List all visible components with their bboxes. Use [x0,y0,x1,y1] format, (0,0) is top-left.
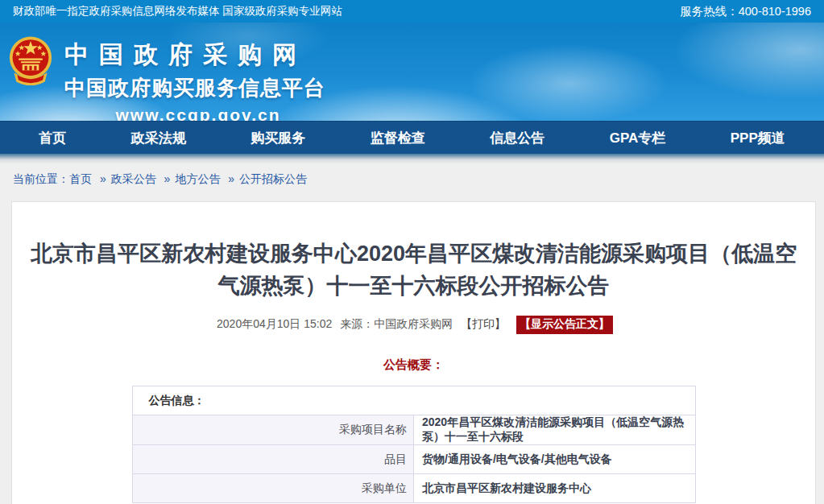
breadcrumb: 当前位置：首页 »政采公告 »地方公告 »公开招标公告 [0,164,824,201]
breadcrumb-separator: » [100,172,106,185]
row-category-value: 货物/通用设备/电气设备/其他电气设备 [414,445,696,474]
table-row: 采购项目名称 2020年昌平区煤改清洁能源采购项目（低温空气源热泵）十一至十六标… [132,415,695,445]
table-row: 采购单位 北京市昌平区新农村建设服务中心 [132,474,695,503]
article-source: 来源：中国政府采购网 [340,317,453,330]
row-category-label: 品目 [132,445,414,474]
show-notice-button[interactable]: 【显示公告正文】 [516,316,613,334]
row-project-name-value: 2020年昌平区煤改清洁能源采购项目（低温空气源热泵）十一至十六标段 [414,415,696,445]
nav-item-home[interactable]: 首页 [39,129,66,147]
site-slogan: 财政部唯一指定政府采购信息网络发布媒体 国家级政府采购专业网站 [13,4,342,19]
nav-item-gpa[interactable]: GPA专栏 [610,129,666,147]
breadcrumb-prefix: 当前位置： [13,172,69,185]
brand-block: 中国政府采购网 中国政府购买服务信息平台 www.ccgp.gov.cn [64,39,332,121]
service-hotline: 服务热线：400-810-1996 [680,4,811,19]
breadcrumb-local-announcements[interactable]: 地方公告 [175,172,220,185]
breadcrumb-separator: » [164,172,171,185]
nav-item-regulations[interactable]: 政采法规 [131,129,186,147]
breadcrumb-open-tender[interactable]: 公开招标公告 [239,172,307,185]
site-url: www.ccgp.gov.cn [64,105,332,121]
page-title: 北京市昌平区新农村建设服务中心2020年昌平区煤改清洁能源采购项目（低温空气源热… [25,238,802,302]
nav-item-announcements[interactable]: 信息公告 [490,129,545,147]
breadcrumb-procurement-announcements[interactable]: 政采公告 [111,172,156,185]
nav-item-supervision[interactable]: 监督检查 [371,129,425,147]
publish-date: 2020年04月10日 15:02 [217,317,332,330]
main-nav: 首页 政采法规 购买服务 监督检查 信息公告 GPA专栏 PPP频道 [0,121,824,154]
breadcrumb-separator: » [228,172,234,185]
row-project-name-label: 采购项目名称 [132,415,414,445]
summary-heading: 公告概要： [12,357,815,373]
site-name: 中国政府采购网 [64,39,332,72]
article-meta: 2020年04月10日 15:02 来源：中国政府采购网 【打印】 【显示公告正… [12,316,815,334]
print-button[interactable]: 【打印】 [461,317,506,330]
nav-shadow [0,154,824,164]
row-purchaser-value: 北京市昌平区新农村建设服务中心 [414,474,696,503]
national-emblem-icon [8,33,53,97]
content-panel: 北京市昌平区新农村建设服务中心2020年昌平区煤改清洁能源采购项目（低温空气源热… [11,201,816,504]
site-header: 中国政府采购网 中国政府购买服务信息平台 www.ccgp.gov.cn [0,23,824,121]
site-subtitle: 中国政府购买服务信息平台 [64,74,332,102]
announcement-summary-table: 公告信息： 采购项目名称 2020年昌平区煤改清洁能源采购项目（低温空气源热泵）… [132,386,696,503]
top-utility-bar: 财政部唯一指定政府采购信息网络发布媒体 国家级政府采购专业网站 服务热线：400… [0,0,824,23]
table-header-row: 公告信息： [132,386,695,415]
row-purchaser-label: 采购单位 [132,474,414,503]
nav-item-purchase-services[interactable]: 购买服务 [251,129,305,147]
table-header-cell: 公告信息： [132,386,695,415]
nav-item-ppp[interactable]: PPP频道 [731,129,785,147]
table-row: 品目 货物/通用设备/电气设备/其他电气设备 [132,445,695,474]
breadcrumb-home[interactable]: 首页 [69,172,92,185]
